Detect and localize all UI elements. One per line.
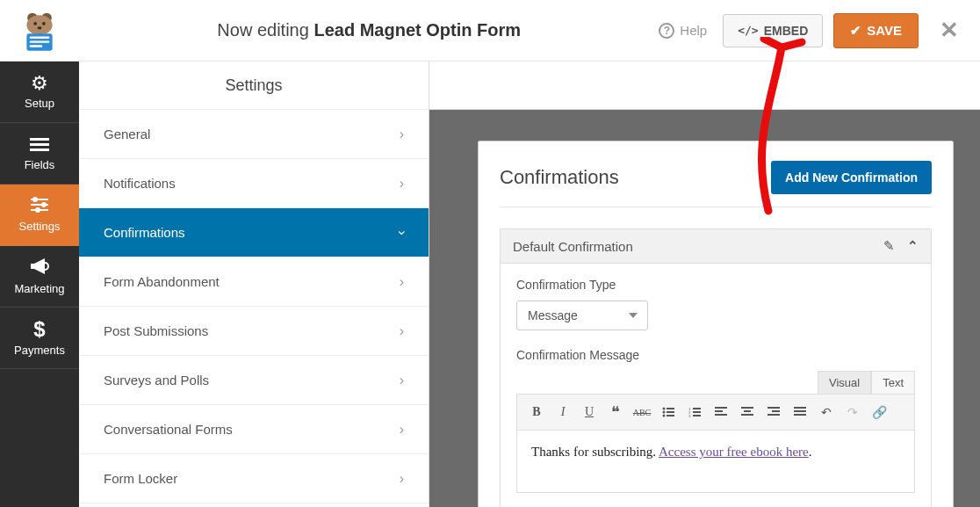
chevron-right-icon: › — [400, 471, 404, 487]
svg-rect-41 — [794, 410, 806, 412]
sub-label: Post Submissions — [104, 323, 208, 338]
save-label: SAVE — [867, 23, 902, 38]
chevron-right-icon: › — [400, 127, 404, 142]
sub-item-form-locker[interactable]: Form Locker› — [79, 454, 429, 503]
sub-label: Form Abandonment — [104, 274, 220, 289]
list-icon — [30, 135, 49, 155]
vnav-setup[interactable]: ⚙ Setup — [0, 62, 79, 123]
gear-icon: ⚙ — [31, 74, 48, 93]
sliders-icon — [29, 197, 50, 216]
confirmation-type-select-wrap: Message — [516, 301, 648, 330]
chevron-right-icon: › — [400, 422, 404, 438]
confirmation-block-title: Default Confirmation — [513, 239, 633, 254]
vnav-label: Marketing — [14, 282, 64, 295]
edit-icon[interactable]: ✎ — [883, 238, 895, 254]
sub-item-conversational-forms[interactable]: Conversational Forms› — [79, 405, 429, 454]
svg-rect-30 — [693, 415, 701, 416]
svg-rect-34 — [741, 407, 753, 409]
vnav-fields[interactable]: Fields — [0, 123, 79, 185]
vnav-label: Setup — [25, 97, 54, 110]
settings-subpanel-title: Settings — [79, 62, 429, 110]
confirmation-block: Default Confirmation ✎ ⌃ Confirmation Ty… — [500, 228, 932, 507]
svg-rect-26 — [693, 408, 701, 409]
message-link[interactable]: Access your free ebook here — [659, 445, 809, 459]
confirmation-body: Confirmation Type Message Confirmation M… — [501, 264, 931, 507]
vnav-label: Settings — [19, 220, 61, 233]
vertical-nav: ⚙ Setup Fields Settings Marketing $ Paym… — [0, 62, 79, 507]
editor-body[interactable]: Thanks for subscribing. Access your free… — [517, 431, 914, 492]
undo-icon[interactable]: ↶ — [814, 400, 839, 424]
save-button[interactable]: ✔ SAVE — [833, 13, 919, 48]
svg-rect-40 — [794, 407, 806, 409]
align-center-icon[interactable] — [735, 400, 760, 424]
sub-label: Notifications — [104, 176, 176, 191]
help-icon: ? — [659, 23, 674, 39]
confirmations-panel: Confirmations Add New Confirmation Defau… — [478, 141, 954, 507]
redo-icon[interactable]: ↷ — [840, 400, 865, 424]
svg-rect-38 — [772, 410, 780, 412]
embed-button[interactable]: </> EMBED — [723, 14, 823, 47]
vnav-payments[interactable]: $ Payments — [0, 308, 79, 369]
editor-tab-visual[interactable]: Visual — [818, 371, 871, 394]
svg-rect-9 — [30, 45, 43, 47]
strikethrough-icon[interactable]: ABC — [630, 400, 654, 424]
svg-point-18 — [35, 207, 40, 213]
editor: B I U ❝ ABC 123 ↶ — [516, 394, 915, 493]
app-logo — [0, 8, 79, 54]
chevron-right-icon: › — [400, 323, 404, 339]
confirmation-block-header[interactable]: Default Confirmation ✎ ⌃ — [501, 229, 931, 264]
vnav-settings[interactable]: Settings — [0, 185, 79, 246]
confirmation-type-select[interactable]: Message — [516, 301, 648, 330]
sub-item-post-submissions[interactable]: Post Submissions› — [79, 307, 429, 356]
italic-icon[interactable]: I — [551, 400, 575, 424]
svg-rect-12 — [30, 148, 49, 151]
align-left-icon[interactable] — [709, 400, 733, 424]
dollar-icon: $ — [33, 319, 45, 340]
blockquote-icon[interactable]: ❝ — [603, 400, 628, 424]
svg-rect-39 — [767, 414, 780, 416]
sub-label: Confirmations — [104, 225, 185, 240]
svg-point-4 — [42, 22, 46, 25]
svg-point-23 — [663, 415, 666, 417]
svg-rect-42 — [794, 414, 806, 416]
bullet-list-icon[interactable] — [656, 400, 681, 424]
svg-rect-36 — [741, 414, 753, 416]
editor-tabs: Visual Text — [516, 371, 915, 394]
align-justify-icon[interactable] — [788, 400, 812, 424]
confirmation-type-label: Confirmation Type — [516, 278, 915, 292]
svg-point-21 — [663, 411, 666, 414]
vnav-marketing[interactable]: Marketing — [0, 246, 79, 308]
form-name: Lead Magnet Optin Form — [313, 20, 521, 40]
chevron-right-icon: › — [400, 373, 404, 388]
editor-toolbar: B I U ❝ ABC 123 ↶ — [517, 395, 914, 431]
bold-icon[interactable]: B — [524, 400, 549, 424]
sub-item-notifications[interactable]: Notifications› — [79, 159, 429, 208]
main-layout: ⚙ Setup Fields Settings Marketing $ Paym… — [0, 62, 980, 507]
svg-point-5 — [38, 26, 42, 29]
svg-point-19 — [663, 408, 666, 410]
add-new-confirmation-button[interactable]: Add New Confirmation — [771, 161, 932, 194]
check-icon: ✔ — [850, 23, 861, 39]
collapse-icon[interactable]: ⌃ — [907, 238, 919, 254]
close-button[interactable]: ✕ — [936, 17, 962, 44]
link-icon[interactable]: 🔗 — [867, 400, 891, 424]
help-label: Help — [680, 23, 707, 38]
sub-item-general[interactable]: General› — [79, 110, 429, 159]
content-inner: Confirmations Add New Confirmation Defau… — [429, 110, 980, 507]
numbered-list-icon[interactable]: 123 — [682, 400, 707, 424]
sub-item-form-abandonment[interactable]: Form Abandonment› — [79, 257, 429, 307]
svg-rect-37 — [767, 407, 780, 409]
help-link[interactable]: ? Help — [659, 23, 707, 39]
svg-rect-35 — [744, 410, 751, 412]
sub-label: Surveys and Polls — [104, 373, 209, 387]
svg-point-14 — [32, 197, 38, 202]
confirmation-message-label: Confirmation Message — [516, 348, 915, 362]
align-right-icon[interactable] — [761, 400, 786, 424]
svg-rect-24 — [667, 415, 674, 416]
editor-tab-text[interactable]: Text — [871, 371, 915, 394]
sub-item-confirmations[interactable]: Confirmations› — [79, 208, 429, 257]
sub-item-surveys-polls[interactable]: Surveys and Polls› — [79, 356, 429, 405]
settings-subpanel-list: General› Notifications› Confirmations› F… — [79, 110, 429, 507]
underline-icon[interactable]: U — [577, 400, 602, 424]
vnav-label: Fields — [25, 158, 55, 171]
